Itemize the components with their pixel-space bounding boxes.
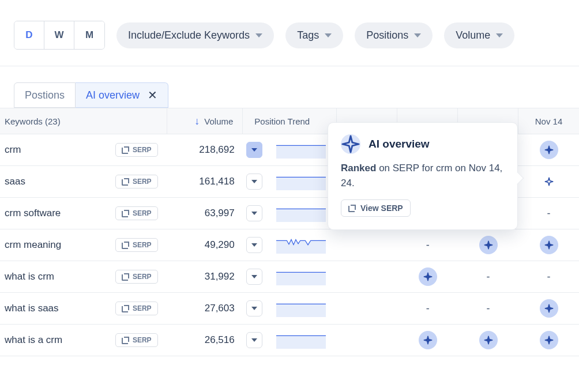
serp-button[interactable]: SERP [115,206,158,220]
keyword-text: crm software [5,208,61,219]
date-cell: - [397,303,458,315]
sparkle-icon [341,134,360,154]
serp-button[interactable]: SERP [115,301,158,315]
period-m[interactable]: M [74,21,104,49]
filter-label: Tags [297,29,319,42]
expand-button[interactable] [246,300,262,316]
date-cell: - [518,271,579,283]
expand-button[interactable] [246,237,262,253]
expand-button[interactable] [246,269,262,285]
top-controls: D W M Include/Exclude Keywords Tags Posi… [0,0,579,66]
chevron-down-icon [251,307,257,310]
period-w[interactable]: W [44,21,74,49]
serp-button[interactable]: SERP [115,143,158,157]
expand-cell [244,300,265,316]
svg-rect-4 [276,304,326,317]
trend-cell [265,300,337,317]
external-link-icon [122,305,129,312]
serp-button[interactable]: SERP [115,270,158,284]
serp-label: SERP [133,146,152,154]
expand-button[interactable] [246,205,262,221]
svg-rect-3 [276,273,326,285]
trend-cell [265,268,337,285]
volume-cell: 218,692 [168,144,244,156]
serp-label: SERP [133,304,152,312]
keyword-text: crm meaning [5,239,61,251]
svg-rect-0 [276,146,326,159]
header-keywords[interactable]: Keywords (23) [0,108,167,134]
expand-button[interactable] [246,174,262,190]
volume-cell: 63,997 [168,208,244,219]
sparkle-icon [540,236,558,254]
period-d[interactable]: D [14,21,44,49]
date-cell [458,331,518,349]
keyword-cell: what is a crmSERP [0,333,168,347]
expand-cell [244,269,265,285]
header-position-trend[interactable]: Position Trend [243,108,337,134]
date-cell [518,331,579,349]
sparkle-icon [479,236,498,254]
serp-label: SERP [133,336,152,344]
view-serp-button[interactable]: View SERP [341,199,411,217]
expand-cell [244,237,265,253]
filter-tags[interactable]: Tags [285,22,343,48]
expand-button[interactable] [246,142,262,158]
sparkle-icon [540,172,558,191]
serp-label: SERP [133,241,152,249]
chevron-down-icon [255,33,262,37]
button-label: View SERP [360,203,403,213]
volume-cell: 27,603 [168,303,244,314]
expand-button[interactable] [246,332,262,348]
keyword-cell: crm softwareSERP [0,206,168,220]
filter-label: Include/Exclude Keywords [128,29,250,42]
sparkle-icon [419,267,437,286]
sparkle-icon [540,331,558,349]
serp-button[interactable]: SERP [115,238,158,252]
external-link-icon [122,178,129,186]
tab-ai-overview[interactable]: AI overview ✕ [76,82,168,108]
svg-rect-5 [276,336,326,349]
volume-cell: 49,290 [168,239,244,251]
period-toggle: D W M [14,21,105,50]
popover-header: AI overview [341,134,505,154]
header-label: Volume [204,116,233,126]
svg-rect-2 [276,209,326,222]
filter-volume[interactable]: Volume [444,22,514,48]
filter-positions[interactable]: Positions [355,22,433,48]
header-volume[interactable]: ↓ Volume [167,108,243,134]
header-count: (23) [43,116,61,126]
volume-cell: 161,418 [168,176,244,187]
keyword-cell: what is saasSERP [0,301,168,315]
trend-cell [265,205,337,222]
date-cell [518,299,579,318]
trend-cell [265,141,337,159]
serp-label: SERP [133,273,152,281]
filter-include-exclude[interactable]: Include/Exclude Keywords [116,22,274,48]
date-cell [518,172,579,191]
keyword-text: what is saas [5,303,59,314]
trend-cell [265,236,337,254]
serp-button[interactable]: SERP [115,333,158,347]
chevron-down-icon [251,243,257,247]
tab-label: Postions [25,89,65,101]
tab-positions[interactable]: Postions [14,82,76,108]
date-cell: - [397,239,458,251]
chevron-down-icon [251,275,257,278]
table-row: crm meaningSERP49,290- [0,229,579,261]
view-tabs: Postions AI overview ✕ [0,66,579,108]
external-link-icon [122,210,129,217]
popover-ranked: Ranked [341,163,376,174]
trend-cell [265,173,337,190]
keyword-cell: crm meaningSERP [0,238,168,252]
table-row: what is a crmSERP26,516 [0,325,579,356]
chevron-down-icon [496,33,503,37]
table-row: what is crmSERP31,992-- [0,261,579,293]
close-icon[interactable]: ✕ [148,88,157,102]
ai-overview-popover: AI overview Ranked on SERP for crm on No… [328,122,518,230]
volume-cell: 26,516 [168,334,244,346]
header-date-3[interactable]: Nov 14 [518,108,579,134]
serp-button[interactable]: SERP [115,175,158,189]
date-cell [397,267,458,286]
serp-label: SERP [133,209,152,217]
chevron-down-icon [251,148,257,152]
